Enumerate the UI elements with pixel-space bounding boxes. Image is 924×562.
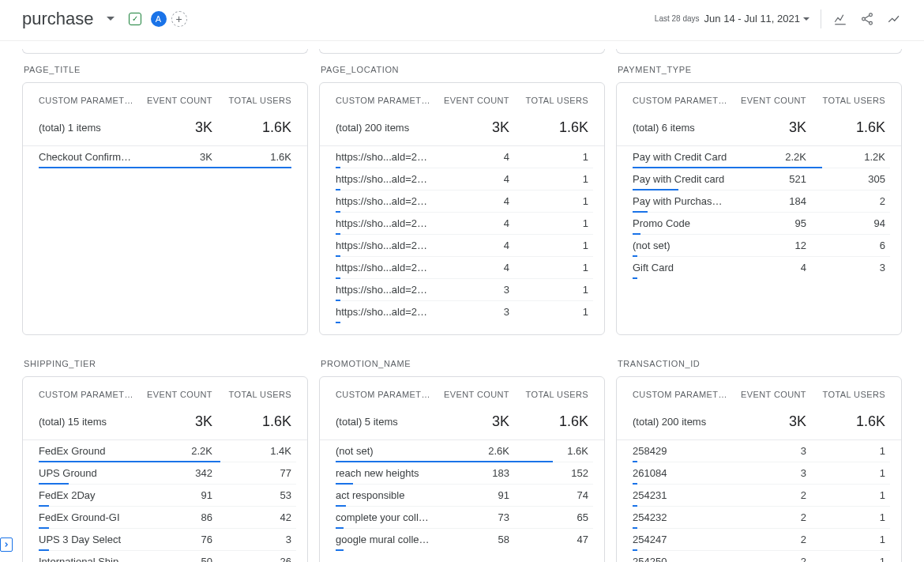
table-rows[interactable]: 2584293126108431254231212542322125424721… — [617, 440, 901, 562]
col-event-count[interactable]: EVENT COUNT — [430, 390, 509, 399]
col-total-users[interactable]: TOTAL USERS — [212, 96, 291, 105]
col-custom-parameter[interactable]: CUSTOM PARAMET… — [39, 390, 133, 399]
table-row[interactable]: Pay with Credit card521305 — [633, 168, 890, 190]
table-row[interactable]: 25423121 — [633, 485, 890, 507]
col-event-count[interactable]: EVENT COUNT — [727, 390, 806, 399]
table-rows[interactable]: https://sho...ald=25424241https://sho...… — [320, 146, 604, 334]
insights-icon[interactable] — [832, 11, 848, 27]
total-row: (total) 1 items3K1.6K — [23, 110, 307, 146]
table-row[interactable]: reach new heights183152 — [336, 462, 593, 485]
table-row[interactable]: https://sho...ald=25628141 — [336, 235, 593, 257]
table-row[interactable]: https://sho...ald=25424241 — [336, 146, 593, 168]
col-total-users[interactable]: TOTAL USERS — [509, 390, 588, 399]
col-total-users[interactable]: TOTAL USERS — [212, 390, 291, 399]
row-event-count: 2 — [727, 534, 806, 545]
table-row[interactable]: UPS 3 Day Select763 — [39, 529, 296, 551]
chevron-down-icon — [803, 17, 809, 21]
trend-icon[interactable] — [886, 11, 902, 27]
col-custom-parameter[interactable]: CUSTOM PARAMET… — [39, 96, 133, 105]
avatar[interactable]: A — [151, 11, 167, 27]
table-row[interactable]: Pay with Purchase Order1842 — [633, 190, 890, 213]
row-label: FedEx Ground — [39, 445, 133, 457]
col-event-count[interactable]: EVENT COUNT — [133, 96, 212, 105]
table-row[interactable]: https://sho...ald=26108431 — [336, 301, 593, 322]
row-total-users: 53 — [212, 489, 291, 501]
row-total-users: 1 — [806, 489, 885, 501]
row-total-users: 3 — [212, 534, 291, 545]
chevron-down-icon[interactable] — [107, 17, 115, 21]
row-total-users: 26 — [212, 556, 291, 562]
total-event-count: 3K — [430, 413, 509, 430]
row-total-users: 1 — [806, 556, 885, 562]
row-label: https://sho...ald=254242 — [336, 151, 430, 163]
realtime-status-icon[interactable]: ✓ — [129, 13, 141, 25]
col-event-count[interactable]: EVENT COUNT — [727, 96, 806, 105]
table-row[interactable]: Promo Code9594 — [633, 213, 890, 235]
event-name[interactable]: purchase — [22, 9, 94, 29]
table-row[interactable]: 25425021 — [633, 551, 890, 562]
total-users: 1.6K — [509, 119, 588, 136]
add-user-button[interactable]: + — [171, 11, 187, 27]
table-row[interactable]: 25423221 — [633, 507, 890, 529]
col-total-users[interactable]: TOTAL USERS — [806, 96, 885, 105]
total-row: (total) 200 items3K1.6K — [617, 404, 901, 440]
row-event-count: 4 — [430, 217, 509, 229]
date-prefix: Last 28 days — [655, 14, 700, 23]
col-custom-parameter[interactable]: CUSTOM PARAMET… — [336, 390, 430, 399]
col-custom-parameter[interactable]: CUSTOM PARAMET… — [633, 96, 727, 105]
total-users: 1.6K — [212, 119, 291, 136]
col-event-count[interactable]: EVENT COUNT — [430, 96, 509, 105]
table-row[interactable]: UPS Ground34277 — [39, 462, 296, 485]
row-total-users: 2 — [806, 195, 885, 207]
total-row: (total) 200 items3K1.6K — [320, 110, 604, 146]
table-row[interactable]: FedEx Ground2.2K1.4K — [39, 440, 296, 462]
table-row[interactable]: https://sho...ald=25600241 — [336, 213, 593, 235]
table-row[interactable]: 25424721 — [633, 529, 890, 551]
table-row[interactable]: International Shipping5026 — [39, 551, 296, 562]
col-event-count[interactable]: EVENT COUNT — [133, 390, 212, 399]
col-custom-parameter[interactable]: CUSTOM PARAMET… — [336, 96, 430, 105]
table-rows[interactable]: Checkout Confirmation3K1.6K — [23, 146, 307, 334]
table-row[interactable]: act responsible9174 — [336, 485, 593, 507]
table-rows[interactable]: FedEx Ground2.2K1.4KUPS Ground34277FedEx… — [23, 440, 307, 562]
row-label: FedEx 2Day — [39, 489, 133, 501]
table-row[interactable]: (not set)126 — [633, 235, 890, 257]
table-row[interactable]: https://sho...ald=25842931 — [336, 279, 593, 301]
date-range-picker[interactable]: Jun 14 - Jul 11, 2021 — [704, 13, 809, 25]
row-event-count: 50 — [133, 556, 212, 562]
table-row[interactable]: https://sho...ald=25440841 — [336, 168, 593, 190]
row-label: complete your collection — [336, 511, 430, 523]
row-total-users: 1 — [509, 240, 588, 251]
row-event-count: 521 — [727, 173, 806, 185]
row-event-count: 3 — [727, 467, 806, 479]
table-row[interactable]: 25842931 — [633, 440, 890, 462]
total-row: (total) 6 items3K1.6K — [617, 110, 901, 146]
row-event-count: 12 — [727, 240, 806, 251]
row-label: Pay with Credit card — [633, 173, 727, 185]
table-row[interactable]: FedEx Ground-GI8642 — [39, 507, 296, 529]
expand-panel-tab[interactable] — [0, 537, 13, 552]
table-row[interactable]: https://sho...ald=25659441 — [336, 257, 593, 279]
share-icon[interactable] — [859, 11, 875, 27]
table-row[interactable]: Gift Card43 — [633, 257, 890, 278]
col-total-users[interactable]: TOTAL USERS — [806, 390, 885, 399]
table-row[interactable]: Checkout Confirmation3K1.6K — [39, 146, 296, 168]
table-row[interactable]: complete your collection7365 — [336, 507, 593, 529]
table-rows[interactable]: (not set)2.6K1.6Kreach new heights183152… — [320, 440, 604, 562]
col-custom-parameter[interactable]: CUSTOM PARAMET… — [633, 390, 727, 399]
total-event-count: 3K — [133, 413, 212, 430]
row-label: FedEx Ground-GI — [39, 511, 133, 523]
row-total-users: 1 — [806, 534, 885, 545]
row-total-users: 1 — [806, 467, 885, 479]
col-total-users[interactable]: TOTAL USERS — [509, 96, 588, 105]
table-rows[interactable]: Pay with Credit Card2.2K1.2KPay with Cre… — [617, 146, 901, 334]
table-row[interactable]: Pay with Credit Card2.2K1.2K — [633, 146, 890, 168]
table-row[interactable]: google mural collection5847 — [336, 529, 593, 550]
card-body: CUSTOM PARAMET…EVENT COUNTTOTAL USERS(to… — [616, 82, 902, 335]
table-row[interactable]: 26108431 — [633, 462, 890, 485]
row-label: google mural collection — [336, 534, 430, 545]
table-row[interactable]: FedEx 2Day9153 — [39, 485, 296, 507]
table-row[interactable]: https://sho...ald=25466641 — [336, 190, 593, 213]
table-row[interactable]: (not set)2.6K1.6K — [336, 440, 593, 462]
row-total-users: 1 — [509, 284, 588, 296]
